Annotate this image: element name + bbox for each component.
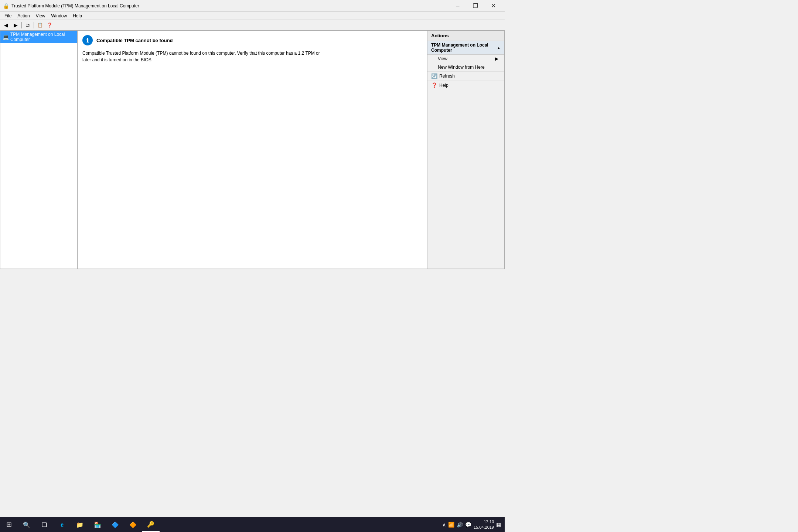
left-panel: 💻 TPM Management on Local Computer — [0, 31, 78, 269]
tree-item-tpm[interactable]: 💻 TPM Management on Local Computer — [0, 31, 77, 43]
menu-action[interactable]: Action — [14, 13, 33, 19]
menu-bar: File Action View Window Help — [0, 12, 505, 20]
view-label: View — [438, 56, 447, 61]
menu-window[interactable]: Window — [48, 13, 70, 19]
error-header: ℹ Compatible TPM cannot be found — [82, 35, 422, 45]
toolbar-separator-1 — [21, 22, 22, 28]
chevron-up-icon: ▲ — [497, 46, 501, 50]
tree-item-label: TPM Management on Local Computer — [10, 32, 75, 42]
action-item-view[interactable]: View ▶ — [427, 55, 504, 63]
show-hide-console-button[interactable]: 📋 — [35, 21, 44, 29]
toolbar: ◀ ▶ 🗂 📋 ❓ — [0, 20, 505, 30]
minimize-button[interactable]: – — [449, 0, 466, 12]
title-bar-text: Trusted Platform Module (TPM) Management… — [11, 3, 139, 8]
close-button[interactable]: ✕ — [485, 0, 502, 12]
up-button[interactable]: 🗂 — [23, 21, 32, 29]
status-bar — [0, 269, 505, 278]
title-bar-controls: – ❐ ✕ — [449, 0, 502, 12]
error-title: Compatible TPM cannot be found — [96, 38, 173, 43]
right-panel: Actions TPM Management on Local Computer… — [427, 31, 504, 269]
menu-help[interactable]: Help — [70, 13, 85, 19]
action-item-refresh[interactable]: 🔄 Refresh — [427, 72, 504, 81]
forward-button[interactable]: ▶ — [11, 21, 20, 29]
actions-header: Actions — [427, 31, 504, 41]
app-icon: 🔒 — [3, 3, 9, 9]
main-container: 💻 TPM Management on Local Computer ℹ Com… — [0, 30, 505, 269]
refresh-icon: 🔄 — [431, 73, 437, 79]
actions-section-label: TPM Management on Local Computer — [431, 42, 497, 53]
action-item-new-window[interactable]: New Window from Here — [427, 63, 504, 72]
center-panel: ℹ Compatible TPM cannot be found Compati… — [78, 31, 427, 269]
refresh-label: Refresh — [439, 74, 455, 79]
menu-file[interactable]: File — [1, 13, 14, 19]
error-description: Compatible Trusted Platform Module (TPM)… — [82, 50, 323, 63]
new-window-label: New Window from Here — [438, 65, 485, 70]
action-item-help[interactable]: ❓ Help — [427, 81, 504, 90]
restore-button[interactable]: ❐ — [467, 0, 484, 12]
title-bar-left: 🔒 Trusted Platform Module (TPM) Manageme… — [3, 3, 139, 9]
info-icon-symbol: ℹ — [86, 37, 89, 44]
help-label: Help — [439, 83, 449, 88]
title-bar: 🔒 Trusted Platform Module (TPM) Manageme… — [0, 0, 505, 12]
actions-section-title[interactable]: TPM Management on Local Computer ▲ — [427, 41, 504, 55]
help-button[interactable]: ❓ — [45, 21, 54, 29]
submenu-arrow-icon: ▶ — [495, 56, 498, 61]
menu-view[interactable]: View — [33, 13, 48, 19]
toolbar-separator-2 — [34, 22, 34, 28]
tree-item-icon: 💻 — [3, 34, 9, 40]
help-action-icon: ❓ — [431, 82, 437, 88]
back-button[interactable]: ◀ — [1, 21, 10, 29]
info-icon: ℹ — [82, 35, 93, 45]
